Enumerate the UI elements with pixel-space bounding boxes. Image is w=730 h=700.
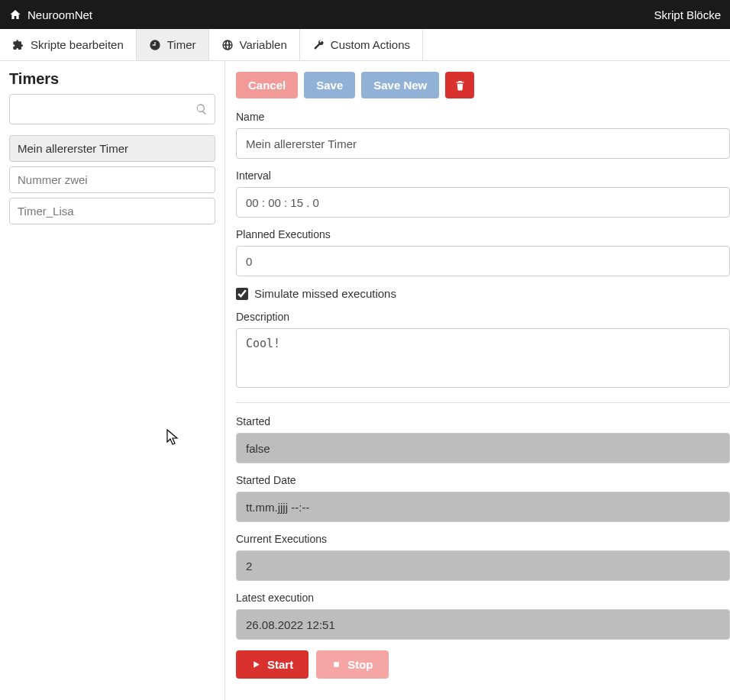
- timer-list: Mein allererster Timer Nummer zwei Timer…: [9, 135, 215, 224]
- clock-icon: [149, 39, 161, 51]
- simulate-checkbox[interactable]: [236, 288, 248, 300]
- brand-label: NeuroomNet: [27, 8, 92, 21]
- home-icon: [9, 8, 21, 21]
- list-item[interactable]: Mein allererster Timer: [9, 135, 215, 162]
- started-date-field: [236, 492, 730, 522]
- content: Cancel Save Save New Name Interval Plann…: [225, 61, 730, 700]
- planned-field[interactable]: [236, 246, 730, 276]
- name-field[interactable]: [236, 128, 730, 159]
- save-button[interactable]: Save: [304, 72, 355, 98]
- latest-exec-label: Latest execution: [236, 592, 730, 604]
- separator: [236, 402, 730, 403]
- latest-exec-field: [236, 609, 730, 640]
- delete-button[interactable]: [445, 72, 474, 98]
- current-exec-label: Current Executions: [236, 533, 730, 545]
- wrench-icon: [312, 39, 325, 51]
- topbar-title: Skript Blöcke: [654, 8, 721, 21]
- tab-timer[interactable]: Timer: [137, 29, 209, 60]
- simulate-label: Simulate missed executions: [254, 287, 396, 300]
- started-field: [236, 433, 730, 463]
- tab-label: Skripte bearbeiten: [31, 38, 124, 51]
- save-new-button[interactable]: Save New: [361, 72, 439, 98]
- sidebar: Timers Mein allererster Timer Nummer zwe…: [0, 61, 225, 700]
- brand[interactable]: NeuroomNet: [9, 8, 92, 21]
- tab-label: Variablen: [240, 38, 287, 51]
- name-label: Name: [236, 111, 730, 123]
- tab-label: Custom Actions: [331, 38, 410, 51]
- puzzle-icon: [12, 39, 24, 51]
- stop-button[interactable]: Stop: [316, 650, 388, 679]
- cancel-button[interactable]: Cancel: [236, 72, 298, 98]
- planned-label: Planned Executions: [236, 228, 730, 240]
- trash-icon: [454, 79, 466, 91]
- topbar: NeuroomNet Skript Blöcke: [0, 0, 730, 29]
- button-row: Cancel Save Save New: [236, 72, 730, 98]
- sidebar-heading: Timers: [9, 70, 215, 88]
- started-label: Started: [236, 415, 730, 427]
- tabs-bar: Skripte bearbeiten Timer Variablen Custo…: [0, 29, 730, 61]
- list-item[interactable]: Timer_Lisa: [9, 198, 215, 224]
- list-item[interactable]: Nummer zwei: [9, 166, 215, 193]
- search-input[interactable]: [9, 94, 215, 124]
- description-label: Description: [236, 311, 730, 323]
- stop-label: Stop: [347, 658, 373, 671]
- tab-skripte-bearbeiten[interactable]: Skripte bearbeiten: [0, 29, 137, 60]
- globe-icon: [221, 39, 234, 51]
- started-date-label: Started Date: [236, 474, 730, 486]
- start-button[interactable]: Start: [236, 650, 308, 679]
- description-field[interactable]: [236, 328, 730, 388]
- interval-label: Interval: [236, 169, 730, 182]
- stop-icon: [331, 660, 341, 669]
- interval-field[interactable]: [236, 187, 730, 218]
- search-icon[interactable]: [195, 103, 208, 115]
- start-label: Start: [267, 658, 293, 671]
- tab-variablen[interactable]: Variablen: [209, 29, 300, 60]
- current-exec-field: [236, 550, 730, 581]
- tab-custom-actions[interactable]: Custom Actions: [300, 29, 423, 60]
- tab-label: Timer: [167, 38, 196, 51]
- play-icon: [251, 660, 261, 669]
